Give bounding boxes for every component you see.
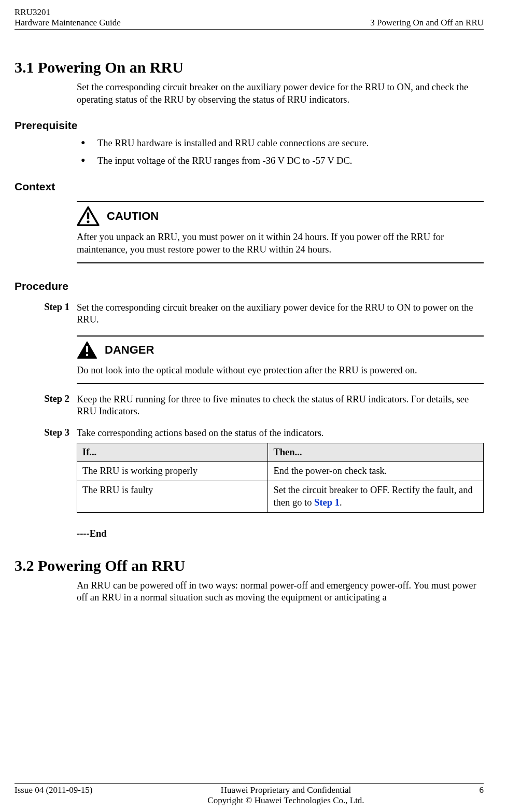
step-2: Step 2 Keep the RRU running for three to…: [15, 394, 484, 418]
step-1: Step 1 Set the corresponding circuit bre…: [15, 302, 484, 326]
step-1-link[interactable]: Step 1: [314, 497, 340, 508]
callout-rule-bottom: [77, 262, 484, 263]
section-3-1-intro: Set the corresponding circuit breaker on…: [77, 81, 484, 106]
step-3-text: Take corresponding actions based on the …: [77, 427, 484, 440]
svg-rect-4: [86, 346, 88, 353]
table-header-then: Then...: [268, 443, 484, 462]
danger-text: Do not look into the optical module with…: [77, 365, 484, 377]
footer-confidential: Huawei Proprietary and Confidential: [92, 785, 479, 795]
table-cell: Set the circuit breaker to OFF. Rectify …: [268, 481, 484, 512]
callout-rule-top: [77, 335, 484, 337]
header-product: RRU3201: [15, 7, 121, 18]
table-row: If... Then...: [77, 443, 484, 462]
list-item: The RRU hardware is installed and RRU ca…: [77, 137, 484, 149]
step-3: Step 3 Take corresponding actions based …: [15, 427, 484, 512]
callout-rule-top: [77, 201, 484, 202]
table-cell-text-tail: .: [340, 497, 342, 508]
procedure-end: ----End: [77, 528, 484, 539]
section-3-1-title: 3.1 Powering On an RRU: [15, 59, 484, 76]
header-guide: Hardware Maintenance Guide: [15, 18, 121, 28]
page-number: 6: [480, 785, 484, 806]
table-cell: The RRU is faulty: [77, 481, 268, 512]
danger-label: DANGER: [105, 343, 154, 357]
header-chapter: 3 Powering On and Off an RRU: [370, 18, 484, 28]
danger-icon: [77, 341, 97, 359]
step-1-label: Step 1: [15, 302, 77, 326]
step-1-text: Set the corresponding circuit breaker on…: [77, 302, 484, 326]
svg-rect-1: [87, 213, 89, 219]
footer-issue: Issue 04 (2011-09-15): [15, 785, 92, 806]
caution-icon: [77, 206, 100, 226]
table-row: The RRU is faulty Set the circuit breake…: [77, 481, 484, 512]
svg-point-2: [87, 221, 89, 223]
table-cell: The RRU is working properly: [77, 462, 268, 481]
svg-point-5: [86, 354, 89, 356]
danger-callout: DANGER Do not look into the optical modu…: [77, 335, 484, 384]
section-3-2-intro: An RRU can be powered off in two ways: n…: [77, 580, 484, 604]
step-2-label: Step 2: [15, 394, 77, 418]
prerequisite-heading: Prerequisite: [15, 119, 484, 132]
table-cell-text: Set the circuit breaker to OFF. Rectify …: [273, 485, 472, 508]
if-then-table: If... Then... The RRU is working properl…: [77, 443, 484, 513]
callout-rule-bottom: [77, 383, 484, 384]
footer-copyright: Copyright © Huawei Technologies Co., Ltd…: [92, 795, 479, 806]
step-2-text: Keep the RRU running for three to five m…: [77, 394, 484, 418]
section-3-2-title: 3.2 Powering Off an RRU: [15, 557, 484, 575]
table-cell: End the power-on check task.: [268, 462, 484, 481]
list-item: The input voltage of the RRU ranges from…: [77, 155, 484, 167]
caution-label: CAUTION: [107, 209, 159, 223]
procedure-heading: Procedure: [15, 280, 484, 292]
prerequisite-list: The RRU hardware is installed and RRU ca…: [77, 137, 484, 167]
page-footer: Issue 04 (2011-09-15) Huawei Proprietary…: [15, 782, 484, 806]
caution-text: After you unpack an RRU, you must power …: [77, 231, 484, 256]
footer-rule: [15, 783, 484, 784]
table-row: The RRU is working properly End the powe…: [77, 462, 484, 481]
caution-callout: CAUTION After you unpack an RRU, you mus…: [77, 201, 484, 263]
context-heading: Context: [15, 180, 484, 193]
step-3-label: Step 3: [15, 427, 77, 512]
table-header-if: If...: [77, 443, 268, 462]
page-header: RRU3201 Hardware Maintenance Guide 3 Pow…: [15, 7, 484, 28]
